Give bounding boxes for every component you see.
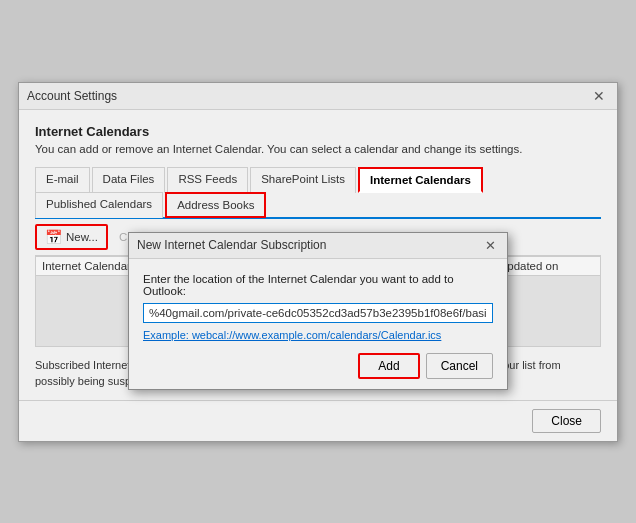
section-description: You can add or remove an Internet Calend… (35, 143, 601, 155)
title-bar: Account Settings ✕ (19, 83, 617, 110)
window-footer: Close (19, 400, 617, 441)
new-button-label: New... (66, 231, 98, 243)
window-content: Internet Calendars You can add or remove… (19, 110, 617, 400)
list-container: Internet Calendar Size Last Updated on N… (35, 256, 601, 347)
tab-bar: E-mail Data Files RSS Feeds SharePoint L… (35, 167, 601, 219)
new-icon: 📅 (45, 229, 62, 245)
modal-label: Enter the location of the Internet Calen… (143, 273, 493, 297)
new-subscription-dialog: New Internet Calendar Subscription ✕ Ent… (128, 232, 508, 390)
new-button[interactable]: 📅 New... (35, 224, 108, 250)
calendar-url-input[interactable] (143, 303, 493, 323)
modal-title: New Internet Calendar Subscription (137, 238, 326, 252)
calendar-list: Internet Calendar Size Last Updated on N… (35, 256, 601, 347)
tab-rss-feeds[interactable]: RSS Feeds (167, 167, 248, 193)
section-title: Internet Calendars (35, 124, 601, 139)
tab-published-calendars[interactable]: Published Calendars (35, 192, 163, 218)
modal-buttons: Add Cancel (143, 353, 493, 379)
modal-body: Enter the location of the Internet Calen… (129, 259, 507, 389)
window-title: Account Settings (27, 89, 117, 103)
cancel-button[interactable]: Cancel (426, 353, 493, 379)
modal-example: Example: webcal://www.example.com/calend… (143, 329, 493, 341)
account-settings-window: Account Settings ✕ Internet Calendars Yo… (18, 82, 618, 442)
window-close-button[interactable]: ✕ (589, 89, 609, 103)
modal-close-button[interactable]: ✕ (482, 238, 499, 253)
add-button[interactable]: Add (358, 353, 419, 379)
modal-title-bar: New Internet Calendar Subscription ✕ (129, 233, 507, 259)
tab-data-files[interactable]: Data Files (92, 167, 166, 193)
list-body: New Internet Calendar Subscription ✕ Ent… (36, 276, 600, 346)
close-button[interactable]: Close (532, 409, 601, 433)
tab-internet-calendars[interactable]: Internet Calendars (358, 167, 483, 193)
tab-sharepoint-lists[interactable]: SharePoint Lists (250, 167, 356, 193)
modal-overlay: New Internet Calendar Subscription ✕ Ent… (36, 276, 600, 346)
tab-address-books[interactable]: Address Books (165, 192, 266, 218)
tab-email[interactable]: E-mail (35, 167, 90, 193)
